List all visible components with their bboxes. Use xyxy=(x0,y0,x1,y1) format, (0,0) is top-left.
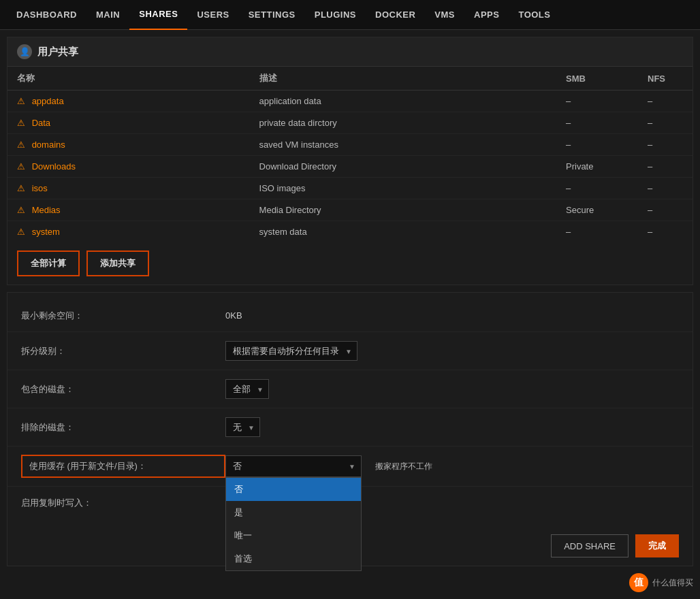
table-row: ⚠ Downloads Download Directory Private – xyxy=(7,156,693,178)
dropdown-item[interactable]: 唯一 xyxy=(226,524,361,547)
dropdown-item[interactable]: 是 xyxy=(226,501,361,524)
excluded-disks-row: 排除的磁盘： 无 xyxy=(7,408,693,447)
share-nfs-cell: – xyxy=(638,178,693,199)
warning-icon: ⚠ xyxy=(17,183,25,193)
included-disks-select-wrapper[interactable]: 全部 xyxy=(225,379,269,399)
share-nfs-cell: – xyxy=(638,134,693,156)
split-level-select-wrapper[interactable]: 根据需要自动拆分任何目录 xyxy=(225,341,357,361)
watermark-text: 什么值得买 xyxy=(652,577,693,589)
watermark-icon: 值 xyxy=(629,573,648,592)
included-disks-row: 包含的磁盘： 全部 xyxy=(7,370,693,408)
use-cache-row: 使用缓存 (用于新文件/目录)： 否 否是唯一首选 搬家程序不工作 xyxy=(7,447,693,487)
min-free-space-value: 0KB xyxy=(225,310,679,321)
col-header-smb: SMB xyxy=(556,67,638,91)
warning-icon: ⚠ xyxy=(17,140,25,150)
nav-vms[interactable]: VMS xyxy=(425,0,464,30)
nav-apps[interactable]: APPS xyxy=(464,0,509,30)
share-link[interactable]: Downloads xyxy=(32,161,76,172)
share-desc-cell: saved VM instances xyxy=(250,134,556,156)
col-header-desc: 描述 xyxy=(250,67,556,91)
add-share-button[interactable]: 添加共享 xyxy=(86,250,149,276)
section-title: 用户共享 xyxy=(37,46,78,59)
share-name-cell: ⚠ system xyxy=(7,221,250,243)
share-name-cell: ⚠ Downloads xyxy=(7,156,250,178)
share-link[interactable]: isos xyxy=(32,183,48,193)
table-row: ⚠ appdata application data – – xyxy=(7,91,693,112)
nav-tools[interactable]: TOOLS xyxy=(509,0,560,30)
share-smb-cell: – xyxy=(556,91,638,112)
share-nfs-cell: – xyxy=(638,112,693,134)
share-smb-cell: Private xyxy=(556,156,638,178)
settings-form: 最小剩余空间： 0KB 拆分级别： 根据需要自动拆分任何目录 包含的磁盘： 全部 xyxy=(7,293,693,526)
share-name-cell: ⚠ isos xyxy=(7,178,250,199)
share-name-cell: ⚠ domains xyxy=(7,134,250,156)
use-cache-selected[interactable]: 否 xyxy=(225,455,362,477)
share-nfs-cell: – xyxy=(638,91,693,112)
nav-shares[interactable]: SHARES xyxy=(129,0,187,30)
dropdown-item[interactable]: 首选 xyxy=(226,547,361,570)
action-buttons: 全部计算 添加共享 xyxy=(7,242,693,285)
share-desc-cell: ISO images xyxy=(250,178,556,199)
use-cache-control: 否 否是唯一首选 搬家程序不工作 xyxy=(225,455,679,477)
warning-icon: ⚠ xyxy=(17,227,25,237)
col-header-nfs: NFS xyxy=(638,67,693,91)
enable-copy-label: 启用复制时写入： xyxy=(21,497,225,509)
excluded-disks-select[interactable]: 无 xyxy=(225,417,260,437)
share-smb-cell: – xyxy=(556,221,638,243)
nav-plugins[interactable]: PLUGINS xyxy=(305,0,366,30)
share-nfs-cell: – xyxy=(638,156,693,178)
dropdown-item[interactable]: 否 xyxy=(226,478,361,501)
warning-icon: ⚠ xyxy=(17,205,25,215)
share-name-cell: ⚠ Data xyxy=(7,112,250,134)
compute-all-button[interactable]: 全部计算 xyxy=(17,250,80,276)
done-button[interactable]: 完成 xyxy=(635,534,679,557)
excluded-disks-label: 排除的磁盘： xyxy=(21,421,225,434)
share-desc-cell: application data xyxy=(250,91,556,112)
table-row: ⚠ domains saved VM instances – – xyxy=(7,134,693,156)
add-share-bottom-button[interactable]: ADD SHARE xyxy=(551,534,629,557)
min-free-space-row: 最小剩余空间： 0KB xyxy=(7,300,693,332)
share-nfs-cell: – xyxy=(638,199,693,221)
share-desc-cell: system data xyxy=(250,221,556,243)
nav-settings[interactable]: SETTINGS xyxy=(239,0,305,30)
share-smb-cell: – xyxy=(556,112,638,134)
warning-icon: ⚠ xyxy=(17,118,25,128)
table-row: ⚠ Medias Media Directory Secure – xyxy=(7,199,693,221)
shares-table: 名称 描述 SMB NFS ⚠ appdata application data… xyxy=(7,67,693,242)
split-level-select[interactable]: 根据需要自动拆分任何目录 xyxy=(225,341,357,361)
share-link[interactable]: appdata xyxy=(32,96,64,106)
share-desc-cell: private data dirctory xyxy=(250,112,556,134)
settings-panel: 最小剩余空间： 0KB 拆分级别： 根据需要自动拆分任何目录 包含的磁盘： 全部 xyxy=(7,292,693,566)
share-smb-cell: – xyxy=(556,178,638,199)
included-disks-label: 包含的磁盘： xyxy=(21,383,225,395)
user-shares-panel: 👤 用户共享 名称 描述 SMB NFS ⚠ appdata applicati… xyxy=(7,37,693,285)
table-row: ⚠ Data private data dirctory – – xyxy=(7,112,693,134)
share-smb-cell: – xyxy=(556,134,638,156)
warning-icon: ⚠ xyxy=(17,161,25,172)
split-level-label: 拆分级别： xyxy=(21,345,225,357)
nav-dashboard[interactable]: DASHBOARD xyxy=(7,0,86,30)
share-link[interactable]: Medias xyxy=(32,205,61,215)
user-icon: 👤 xyxy=(17,44,32,59)
split-level-control: 根据需要自动拆分任何目录 xyxy=(225,341,679,361)
nav-docker[interactable]: DOCKER xyxy=(366,0,425,30)
nav-users[interactable]: USERS xyxy=(187,0,238,30)
use-cache-dropdown-container: 否 否是唯一首选 xyxy=(225,455,362,477)
share-link[interactable]: Data xyxy=(32,118,50,128)
share-name-cell: ⚠ Medias xyxy=(7,199,250,221)
use-cache-label: 使用缓存 (用于新文件/目录)： xyxy=(21,455,225,478)
col-header-name: 名称 xyxy=(7,67,250,91)
excluded-disks-select-wrapper[interactable]: 无 xyxy=(225,417,260,437)
table-row: ⚠ system system data – – xyxy=(7,221,693,243)
included-disks-control: 全部 xyxy=(225,379,679,399)
share-link[interactable]: system xyxy=(32,227,60,237)
included-disks-select[interactable]: 全部 xyxy=(225,379,269,399)
table-row: ⚠ isos ISO images – – xyxy=(7,178,693,199)
share-nfs-cell: – xyxy=(638,221,693,243)
nav-main[interactable]: MAIN xyxy=(86,0,129,30)
mover-note: 搬家程序不工作 xyxy=(375,461,432,472)
share-link[interactable]: domains xyxy=(32,140,65,150)
warning-icon: ⚠ xyxy=(17,96,25,106)
use-cache-dropdown-menu: 否是唯一首选 xyxy=(225,477,362,571)
share-desc-cell: Media Directory xyxy=(250,199,556,221)
